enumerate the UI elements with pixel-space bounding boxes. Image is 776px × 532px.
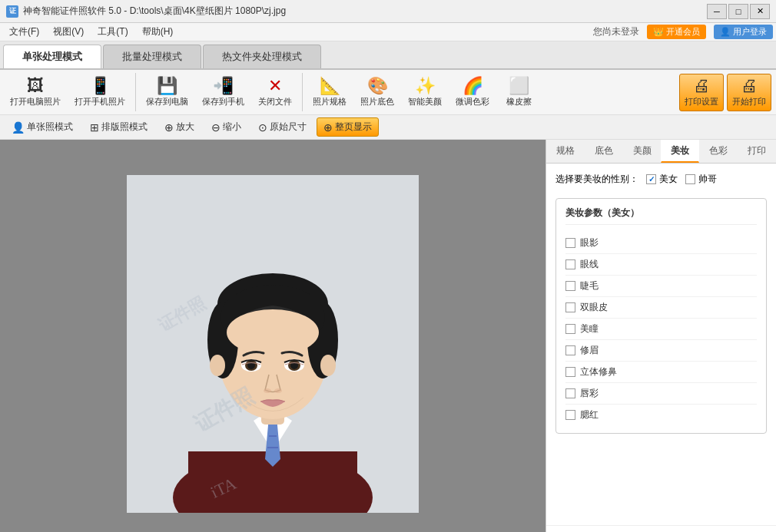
- blush-checkbox[interactable]: [565, 410, 575, 420]
- eyeliner-checkbox[interactable]: [565, 259, 575, 269]
- eyeshadow-checkbox[interactable]: [565, 238, 575, 248]
- maximize-button[interactable]: □: [728, 4, 748, 19]
- zoom-out-icon: ⊖: [211, 121, 221, 134]
- minimize-button[interactable]: ─: [707, 4, 727, 19]
- zoom-in-icon: ⊕: [164, 121, 174, 134]
- start-print-button[interactable]: 🖨 开始打印: [727, 74, 771, 111]
- image-area[interactable]: 证件照 iTA 证件照: [0, 140, 546, 532]
- menu-view[interactable]: 视图(V): [47, 24, 90, 40]
- save-phone-icon: 📲: [213, 78, 234, 94]
- param-lip-gloss[interactable]: 唇彩: [565, 383, 757, 405]
- photo-spec-icon: 📐: [320, 78, 340, 94]
- tab-hotfolder[interactable]: 热文件夹处理模式: [203, 45, 321, 68]
- param-double-eyelid[interactable]: 双眼皮: [565, 297, 757, 319]
- divider-1: [135, 73, 136, 111]
- gender-label: 选择要美妆的性别：: [555, 173, 638, 186]
- smart-beauty-button[interactable]: ✨ 智能美颜: [403, 74, 447, 111]
- eraser-button[interactable]: ⬜ 橡皮擦: [498, 74, 539, 111]
- gender-female-option[interactable]: 美女: [646, 173, 678, 186]
- photo-spec-button[interactable]: 📐 照片规格: [307, 74, 352, 111]
- panel-tabs: 规格 底色 美颜 美妆 色彩 打印: [546, 140, 776, 164]
- save-to-phone-button[interactable]: 📲 保存到手机: [197, 74, 250, 111]
- main-content: 证件照 iTA 证件照 规格 底色 美颜 美妆 色彩 打印 选择要美妆的性别： …: [0, 140, 776, 532]
- gender-male-checkbox[interactable]: [685, 174, 695, 184]
- crown-icon: 👑: [653, 27, 664, 37]
- blush-label: 腮红: [580, 408, 599, 421]
- single-photo-icon: 👤: [12, 121, 25, 134]
- param-eyelash[interactable]: 睫毛: [565, 276, 757, 297]
- login-status: 您尚未登录: [593, 25, 639, 38]
- user-login-button[interactable]: 👤 用户登录: [714, 25, 773, 39]
- full-page-button[interactable]: ⊕ 整页显示: [317, 117, 379, 137]
- svg-point-14: [227, 309, 319, 355]
- lip-gloss-label: 唇彩: [580, 387, 599, 400]
- param-eyeshadow[interactable]: 眼影: [565, 233, 757, 254]
- gender-female-checkbox[interactable]: [646, 174, 656, 184]
- panel-tab-beauty[interactable]: 美颜: [623, 140, 662, 163]
- print-settings-icon: 🖨: [693, 78, 710, 94]
- main-toolbar: 🖼 打开电脑照片 📱 打开手机照片 💾 保存到电脑 📲 保存到手机 ✕ 关闭文件…: [0, 70, 776, 115]
- right-panel: 规格 底色 美颜 美妆 色彩 打印 选择要美妆的性别： 美女 帅哥: [546, 140, 776, 532]
- photo-display: 证件照 iTA 证件照: [127, 175, 419, 513]
- menubar: 文件(F) 视图(V) 工具(T) 帮助(H) 您尚未登录 👑 开通会员 👤 用…: [0, 23, 776, 41]
- panel-tab-color[interactable]: 色彩: [699, 140, 738, 163]
- save-computer-icon: 💾: [157, 78, 177, 94]
- close-file-icon: ✕: [268, 78, 282, 94]
- eyeliner-label: 眼线: [580, 258, 599, 271]
- gender-male-option[interactable]: 帅哥: [685, 173, 717, 186]
- photo-color-button[interactable]: 🎨 照片底色: [355, 74, 400, 111]
- gender-male-label: 帅哥: [698, 173, 717, 186]
- panel-tab-bg[interactable]: 底色: [585, 140, 623, 163]
- titlebar-title: 神奇智能证件照软件 5.0 - D:\tools\桌面\4K壁纸图片 1080P…: [23, 5, 286, 18]
- single-photo-mode-button[interactable]: 👤 单张照模式: [5, 117, 80, 137]
- print-settings-button[interactable]: 🖨 打印设置: [679, 74, 724, 111]
- param-eyebrow[interactable]: 修眉: [565, 340, 757, 362]
- window-controls[interactable]: ─ □ ✕: [707, 4, 770, 19]
- menu-file[interactable]: 文件(F): [3, 24, 45, 40]
- param-circle-lens[interactable]: 美瞳: [565, 319, 757, 340]
- circle-lens-label: 美瞳: [580, 322, 599, 335]
- mode-tabs: 单张处理模式 批量处理模式 热文件夹处理模式: [0, 41, 776, 70]
- original-size-icon: ⊙: [258, 121, 267, 134]
- open-phone-photo-button[interactable]: 📱 打开手机照片: [69, 74, 131, 111]
- nose-contour-checkbox[interactable]: [565, 367, 575, 377]
- panel-tab-print[interactable]: 打印: [738, 140, 776, 163]
- lip-gloss-checkbox[interactable]: [565, 388, 575, 398]
- vip-button[interactable]: 👑 开通会员: [647, 25, 706, 39]
- titlebar: 证 神奇智能证件照软件 5.0 - D:\tools\桌面\4K壁纸图片 108…: [0, 0, 776, 23]
- fine-tune-color-button[interactable]: 🌈 微调色彩: [450, 74, 495, 111]
- param-nose-contour[interactable]: 立体修鼻: [565, 362, 757, 383]
- open-computer-photo-button[interactable]: 🖼 打开电脑照片: [5, 74, 66, 111]
- open-computer-icon: 🖼: [27, 78, 44, 94]
- circle-lens-checkbox[interactable]: [565, 324, 575, 334]
- double-eyelid-checkbox[interactable]: [565, 302, 575, 312]
- photo-color-icon: 🎨: [367, 78, 388, 94]
- save-to-computer-button[interactable]: 💾 保存到电脑: [141, 74, 194, 111]
- view-toolbar: 👤 单张照模式 ⊞ 排版照模式 ⊕ 放大 ⊖ 缩小 ⊙ 原始尺寸 ⊕ 整页显示: [0, 115, 776, 140]
- eyelash-checkbox[interactable]: [565, 281, 575, 291]
- panel-tab-spec[interactable]: 规格: [546, 140, 585, 163]
- svg-point-24: [320, 355, 336, 376]
- layout-mode-button[interactable]: ⊞ 排版照模式: [83, 117, 154, 137]
- param-blush[interactable]: 腮红: [565, 405, 757, 425]
- divider-2: [302, 73, 303, 111]
- zoom-in-button[interactable]: ⊕ 放大: [158, 117, 201, 137]
- layout-icon: ⊞: [90, 121, 99, 134]
- tab-batch[interactable]: 批量处理模式: [103, 45, 201, 68]
- close-file-button[interactable]: ✕ 关闭文件: [253, 74, 297, 111]
- svg-point-21: [264, 388, 271, 393]
- param-eyeliner[interactable]: 眼线: [565, 254, 757, 276]
- eyebrow-label: 修眉: [580, 344, 599, 357]
- makeup-params-title: 美妆参数（美女）: [565, 207, 757, 225]
- eyebrow-checkbox[interactable]: [565, 345, 575, 355]
- menu-help[interactable]: 帮助(H): [136, 24, 180, 40]
- menu-tools[interactable]: 工具(T): [91, 24, 134, 40]
- zoom-out-button[interactable]: ⊖ 缩小: [204, 117, 248, 137]
- tab-single[interactable]: 单张处理模式: [3, 45, 101, 68]
- original-size-button[interactable]: ⊙ 原始尺寸: [251, 117, 313, 137]
- panel-tab-makeup[interactable]: 美妆: [661, 140, 699, 163]
- start-print-icon: 🖨: [741, 78, 758, 94]
- menu-items: 文件(F) 视图(V) 工具(T) 帮助(H): [3, 24, 179, 40]
- app-icon: 证: [6, 5, 18, 18]
- close-button[interactable]: ✕: [750, 4, 770, 19]
